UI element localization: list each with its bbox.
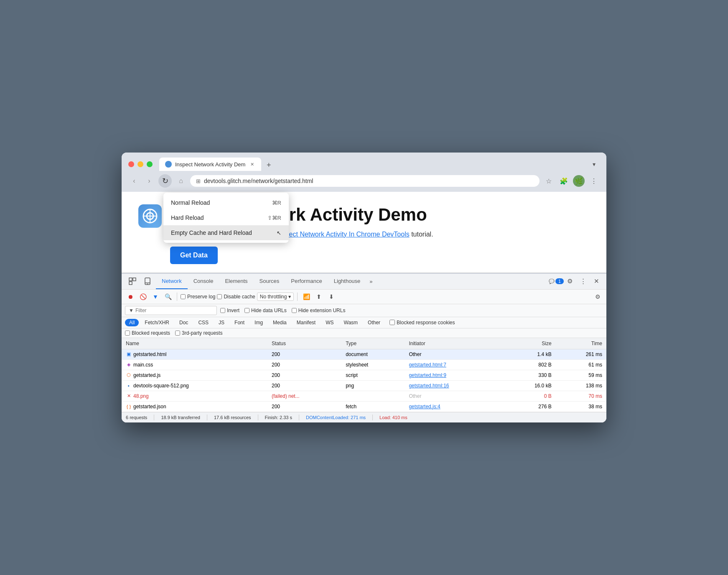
stop-recording-button[interactable]: ⏺: [125, 291, 136, 302]
minimize-button[interactable]: [137, 161, 143, 167]
tab-bar: Inspect Network Activity Dem ✕ +: [159, 158, 585, 171]
cell-initiator: getstarted.js:4: [405, 401, 504, 412]
filter-css[interactable]: CSS: [194, 319, 213, 326]
settings-icon[interactable]: ⚙: [564, 275, 575, 287]
tab-sources[interactable]: Sources: [254, 274, 285, 289]
active-tab[interactable]: Inspect Network Activity Dem ✕: [159, 158, 261, 171]
err-file-icon: ✕: [126, 393, 132, 399]
preserve-log-label[interactable]: Preserve log: [181, 294, 215, 300]
reload-button[interactable]: ↻: [158, 174, 172, 188]
tab-console[interactable]: Console: [188, 274, 219, 289]
import-button[interactable]: ⬆: [313, 291, 324, 302]
filter-ws[interactable]: WS: [321, 319, 338, 326]
cell-status: 200: [267, 359, 341, 370]
devtools-link[interactable]: Inspect Network Activity In Chrome DevTo…: [276, 231, 409, 238]
filter-options: Invert Hide data URLs Hide extension URL…: [220, 308, 345, 313]
close-button[interactable]: [128, 161, 134, 167]
devtools-inspect-icon[interactable]: [126, 275, 139, 288]
blocked-requests-checkbox[interactable]: [125, 331, 130, 336]
more-button[interactable]: ⋮: [588, 175, 600, 187]
empty-cache-reload-item[interactable]: Empty Cache and Hard Reload ↖: [163, 225, 289, 240]
tab-performance[interactable]: Performance: [285, 274, 328, 289]
tab-lighthouse[interactable]: Lighthouse: [328, 274, 367, 289]
disable-cache-checkbox[interactable]: [217, 294, 222, 299]
third-party-checkbox[interactable]: [175, 331, 180, 336]
bookmark-button[interactable]: ☆: [543, 175, 555, 187]
tab-close-button[interactable]: ✕: [249, 161, 255, 168]
filter-js[interactable]: JS: [214, 319, 229, 326]
col-type[interactable]: Type: [341, 338, 405, 349]
filter-input[interactable]: [135, 308, 202, 313]
empty-cache-reload-label: Empty Cache and Hard Reload: [171, 229, 252, 236]
cell-type: png: [341, 380, 405, 391]
extensions-button[interactable]: 🧩: [558, 175, 570, 187]
console-icon[interactable]: 💬 1: [550, 275, 562, 287]
third-party-label[interactable]: 3rd-party requests: [175, 330, 222, 336]
get-data-button[interactable]: Get Data: [170, 247, 218, 264]
profile-button[interactable]: 🌿: [573, 175, 585, 187]
hard-reload-item[interactable]: Hard Reload ⇧⌘R: [163, 210, 289, 225]
hide-data-urls-text: Hide data URLs: [251, 308, 287, 313]
normal-reload-item[interactable]: Normal Reload ⌘R: [163, 195, 289, 210]
hide-data-urls-label[interactable]: Hide data URLs: [244, 308, 287, 313]
tab-elements[interactable]: Elements: [219, 274, 253, 289]
preserve-log-checkbox[interactable]: [181, 294, 186, 299]
clear-button[interactable]: 🚫: [137, 291, 148, 302]
disable-cache-label[interactable]: Disable cache: [217, 294, 255, 300]
invert-label[interactable]: Invert: [220, 308, 239, 313]
filter-all[interactable]: All: [125, 319, 139, 326]
filter-doc[interactable]: Doc: [175, 319, 192, 326]
table-row[interactable]: ⬡ getstarted.js 200 script getstarted.ht…: [122, 370, 606, 380]
table-row[interactable]: ◈ main.css 200 stylesheet getstarted.htm…: [122, 359, 606, 370]
table-row[interactable]: ▣ getstarted.html 200 document Other 1.4…: [122, 349, 606, 359]
dom-loaded-time: DOMContentLoaded: 271 ms: [306, 415, 366, 420]
hide-ext-urls-text: Hide extension URLs: [298, 308, 346, 313]
cell-name: { } getstarted.json: [122, 401, 267, 412]
blocked-requests-label[interactable]: Blocked requests: [125, 330, 170, 336]
new-tab-button[interactable]: +: [263, 159, 275, 171]
url-bar[interactable]: ⊞ devtools.glitch.me/network/getstarted.…: [190, 175, 540, 187]
filter-manifest[interactable]: Manifest: [293, 319, 320, 326]
home-button[interactable]: ⌂: [175, 175, 187, 187]
maximize-button[interactable]: [147, 161, 153, 167]
filter-fetch-xhr[interactable]: Fetch/XHR: [140, 319, 173, 326]
tab-network[interactable]: Network: [156, 274, 188, 289]
export-button[interactable]: ⬇: [326, 291, 337, 302]
search-network-button[interactable]: 🔍: [163, 291, 173, 302]
tab-favicon: [165, 161, 172, 168]
wifi-icon[interactable]: 📶: [301, 291, 312, 302]
devtools-device-icon[interactable]: [141, 275, 154, 288]
hide-ext-urls-label[interactable]: Hide extension URLs: [292, 308, 346, 313]
hide-data-urls-checkbox[interactable]: [244, 308, 249, 313]
back-button[interactable]: ‹: [128, 175, 140, 187]
blocked-cookies-label[interactable]: Blocked response cookies: [389, 320, 455, 326]
filter-media[interactable]: Media: [269, 319, 291, 326]
hide-ext-urls-checkbox[interactable]: [292, 308, 297, 313]
network-toolbar: ⏺ 🚫 ▼ 🔍 Preserve log Disable cache No th…: [122, 290, 606, 304]
logo-svg: [143, 209, 158, 224]
blocked-cookies-checkbox[interactable]: [389, 320, 395, 325]
filter-wasm[interactable]: Wasm: [340, 319, 362, 326]
forward-button[interactable]: ›: [143, 175, 155, 187]
more-options-icon[interactable]: ⋮: [577, 275, 589, 287]
close-devtools-button[interactable]: ✕: [591, 275, 602, 287]
cell-size: 276 B: [504, 401, 556, 412]
table-row[interactable]: ▪ devtools-square-512.png 200 png getsta…: [122, 380, 606, 391]
throttle-select[interactable]: No throttling ▾: [257, 293, 294, 301]
tab-dropdown-button[interactable]: ▾: [588, 158, 600, 170]
col-size[interactable]: Size: [504, 338, 556, 349]
table-row[interactable]: { } getstarted.json 200 fetch getstarted…: [122, 401, 606, 412]
more-tabs-button[interactable]: »: [366, 274, 376, 289]
js-file-icon: ⬡: [126, 372, 132, 378]
filter-font[interactable]: Font: [230, 319, 249, 326]
filter-img[interactable]: Img: [250, 319, 267, 326]
network-settings-button[interactable]: ⚙: [592, 291, 603, 302]
filter-toggle-button[interactable]: ▼: [150, 291, 161, 302]
col-time[interactable]: Time: [556, 338, 606, 349]
col-name[interactable]: Name: [122, 338, 267, 349]
filter-other[interactable]: Other: [364, 319, 384, 326]
table-row[interactable]: ✕ 48.png (failed) net... Other 0 B 70 ms: [122, 391, 606, 401]
col-status[interactable]: Status: [267, 338, 341, 349]
invert-checkbox[interactable]: [220, 308, 225, 313]
col-initiator[interactable]: Initiator: [405, 338, 504, 349]
